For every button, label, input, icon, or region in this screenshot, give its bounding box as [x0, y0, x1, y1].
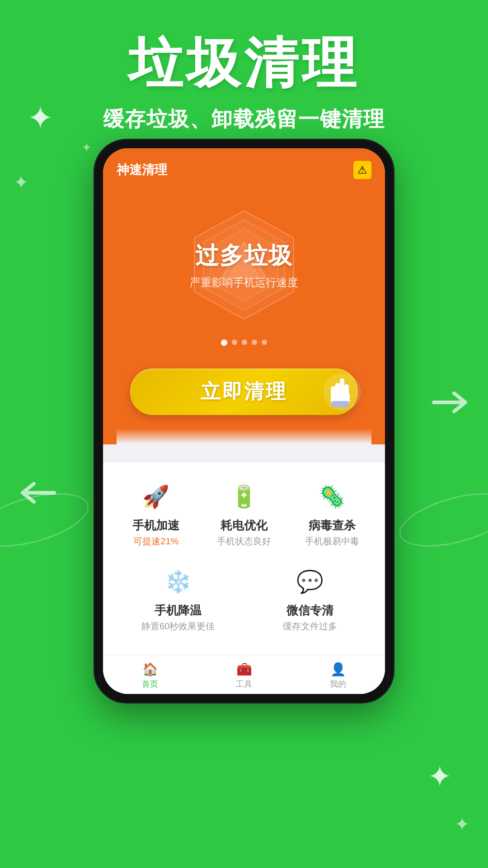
phone-screen: 神速清理 ⚠	[103, 148, 385, 694]
sparkle-4: ✦	[427, 760, 452, 793]
feature-name-battery: 耗电优化	[221, 518, 267, 533]
hex-sub-text: 严重影响手机运行速度	[190, 275, 298, 290]
hand-cursor-icon	[322, 372, 362, 412]
feature-row-2: ❄️ 手机降温 静置60秒效果更佳 💬 微信专清 缓存文件过多	[112, 561, 376, 637]
warning-icon: ⚠	[353, 161, 371, 179]
home-icon: 🏠	[142, 662, 158, 677]
feature-name-accelerate: 手机加速	[132, 518, 179, 533]
profile-icon: 👤	[330, 662, 346, 677]
arrow-right	[429, 384, 474, 420]
phone-mockup: 神速清理 ⚠	[95, 140, 393, 702]
app-title-bar: 神速清理 ⚠	[117, 161, 371, 179]
hex-text-area: 过多垃圾 严重影响手机运行速度	[190, 240, 298, 290]
dot-4	[252, 340, 257, 345]
nav-item-tools[interactable]: 🧰 工具	[236, 662, 252, 689]
header-section: 垃圾清理 缓存垃圾、卸载残留一键清理	[0, 0, 488, 133]
nav-label-profile: 我的	[330, 679, 346, 689]
sparkle-5: ✦	[455, 814, 470, 835]
sparkle-3: ✦	[81, 140, 92, 155]
feature-status-battery: 手机状态良好	[217, 535, 271, 547]
wechat-icon: 💬	[294, 566, 326, 598]
tools-icon: 🧰	[236, 662, 252, 677]
hex-container: 过多垃圾 严重影响手机运行速度	[167, 197, 321, 333]
hex-main-text: 过多垃圾	[190, 240, 298, 272]
phone-frame: 神速清理 ⚠	[95, 140, 393, 702]
rocket-icon: 🚀	[140, 481, 172, 513]
orbital-right	[394, 483, 488, 557]
snowflake-icon: ❄️	[162, 566, 194, 598]
clean-button-wrapper: 立即清理	[117, 368, 371, 429]
app-header: 神速清理 ⚠	[103, 148, 385, 444]
nav-item-home[interactable]: 🏠 首页	[142, 662, 158, 689]
virus-icon: 🦠	[316, 481, 348, 513]
app-name: 神速清理	[117, 161, 167, 179]
feature-row-1: 🚀 手机加速 可提速21% 🔋 耗电优化 手机状态良好 🦠 病毒查杀 手机极易中…	[112, 476, 376, 552]
hex-area: 过多垃圾 严重影响手机运行速度	[117, 188, 371, 368]
nav-label-home: 首页	[142, 679, 158, 689]
dot-2	[232, 340, 237, 345]
feature-item-cool[interactable]: ❄️ 手机降温 静置60秒效果更佳	[137, 561, 219, 637]
dot-3	[242, 340, 247, 345]
svg-rect-11	[332, 401, 349, 407]
dots-indicator	[221, 340, 267, 346]
clean-button[interactable]: 立即清理	[130, 368, 358, 415]
feature-status-wechat: 缓存文件过多	[283, 620, 337, 632]
feature-item-accelerate[interactable]: 🚀 手机加速 可提速21%	[115, 476, 197, 552]
nav-item-profile[interactable]: 👤 我的	[330, 662, 346, 689]
dot-1	[221, 340, 227, 346]
main-title: 垃圾清理	[0, 27, 488, 101]
feature-status-accelerate: 可提速21%	[133, 535, 178, 547]
bottom-nav: 🏠 首页 🧰 工具 👤 我的	[103, 655, 385, 694]
feature-name-virus: 病毒查杀	[309, 518, 356, 533]
feature-item-virus[interactable]: 🦠 病毒查杀 手机极易中毒	[291, 476, 373, 552]
sub-title: 缓存垃圾、卸载残留一键清理	[0, 105, 488, 133]
feature-status-virus: 手机极易中毒	[305, 535, 359, 547]
sparkle-2: ✦	[14, 172, 29, 193]
feature-name-wechat: 微信专清	[286, 603, 333, 618]
battery-icon: 🔋	[228, 481, 260, 513]
clean-button-text: 立即清理	[201, 380, 287, 402]
feature-item-wechat[interactable]: 💬 微信专清 缓存文件过多	[269, 561, 351, 637]
dot-5	[262, 340, 267, 345]
svg-rect-6	[340, 378, 344, 394]
nav-label-tools: 工具	[236, 679, 252, 689]
feature-status-cool: 静置60秒效果更佳	[141, 620, 215, 632]
feature-grid: 🚀 手机加速 可提速21% 🔋 耗电优化 手机状态良好 🦠 病毒查杀 手机极易中…	[103, 462, 385, 655]
feature-item-battery[interactable]: 🔋 耗电优化 手机状态良好	[203, 476, 285, 552]
feature-name-cool: 手机降温	[155, 603, 202, 618]
